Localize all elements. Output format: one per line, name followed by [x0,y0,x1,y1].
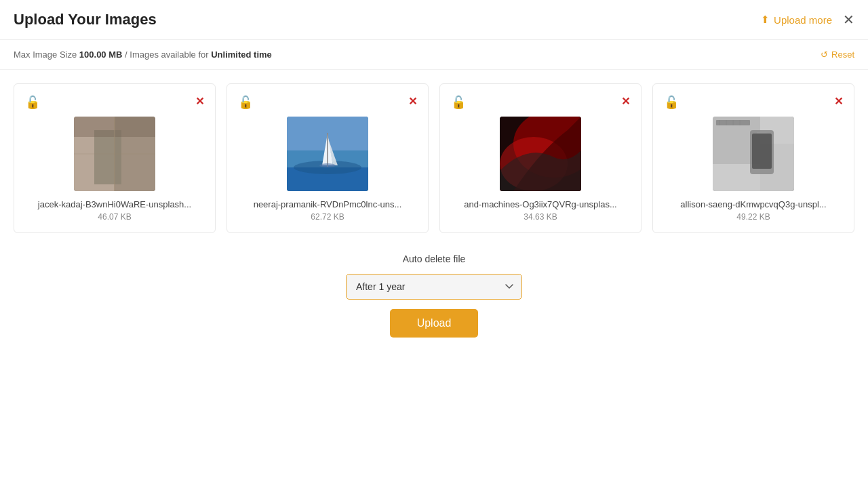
close-button[interactable]: ✕ [843,13,854,26]
remove-icon-2[interactable]: ✕ [408,95,417,110]
svg-point-13 [319,163,336,167]
page-title: Upload Your Images [14,11,157,28]
svg-rect-22 [757,132,767,134]
image-card-2: 🔓 ✕ neeraj-pramanik-RVDnPmc0lnc-uns... 6… [226,83,429,233]
lock-icon-1[interactable]: 🔓 [25,95,40,110]
bottom-section: Auto delete file Never After 1 day After… [0,247,868,351]
remove-icon-3[interactable]: ✕ [621,95,630,110]
image-card-4: 🔓 ✕ allison-saeng-dKmwpcvqQ3g-unspl... [652,83,854,233]
svg-rect-12 [327,133,328,167]
image-card-1: 🔓 ✕ jacek-kadaj-B3wnHi0WaRE-unsplash... … [14,83,216,233]
lock-icon-2[interactable]: 🔓 [238,95,253,110]
images-grid: 🔓 ✕ jacek-kadaj-B3wnHi0WaRE-unsplash... … [0,70,868,247]
card-top-bar-3: 🔓 ✕ [451,95,630,110]
lock-icon-3[interactable]: 🔓 [451,95,466,110]
card-top-bar-4: 🔓 ✕ [664,95,843,110]
upload-more-label: Upload more [774,14,832,26]
remove-icon-1[interactable]: ✕ [195,95,204,110]
image-name-1: jacek-kadaj-B3wnHi0WaRE-unsplash... [38,199,191,209]
info-prefix: Max Image Size [14,49,79,60]
upload-icon: ⬆ [761,14,770,26]
reset-button[interactable]: ↺ Reset [821,49,854,60]
svg-rect-2 [94,130,121,184]
reset-icon: ↺ [821,49,828,60]
reset-label: Reset [831,49,854,60]
image-preview-1 [74,117,155,191]
svg-rect-21 [752,134,772,169]
header-actions: ⬆ Upload more ✕ [761,13,854,26]
image-size-3: 34.63 KB [524,212,557,222]
image-size-4: 49.22 KB [736,212,770,222]
image-name-4: allison-saeng-dKmwpcvqQ3g-unspl... [680,199,826,209]
card-top-bar-1: 🔓 ✕ [25,95,204,110]
card-top-bar-2: 🔓 ✕ [238,95,417,110]
select-wrapper: Never After 1 day After 1 week After 1 m… [346,274,522,300]
info-middle: / Images available for [125,49,211,60]
header: Upload Your Images ⬆ Upload more ✕ [0,0,868,40]
remove-icon-4[interactable]: ✕ [834,95,843,110]
image-size-1: 46.07 KB [98,212,131,222]
image-size-2: 62.72 KB [311,212,344,222]
image-preview-3 [500,117,581,191]
max-size: 100.00 MB [79,49,123,60]
upload-button[interactable]: Upload [390,309,479,338]
lock-icon-4[interactable]: 🔓 [664,95,679,110]
image-name-3: and-machines-Og3iix7QVRg-unsplas... [464,199,616,209]
image-preview-2 [287,117,368,191]
availability: Unlimited time [211,49,272,60]
image-preview-4 [713,117,794,191]
auto-delete-select[interactable]: Never After 1 day After 1 week After 1 m… [346,274,522,300]
info-text: Max Image Size 100.00 MB / Images availa… [14,49,272,60]
info-bar: Max Image Size 100.00 MB / Images availa… [0,40,868,70]
image-name-2: neeraj-pramanik-RVDnPmc0lnc-uns... [254,199,402,209]
auto-delete-label: Auto delete file [403,253,466,264]
upload-more-button[interactable]: ⬆ Upload more [761,14,832,26]
image-card-3: 🔓 ✕ and-machines-Og3iix7QVRg-unsplas... … [439,83,642,233]
